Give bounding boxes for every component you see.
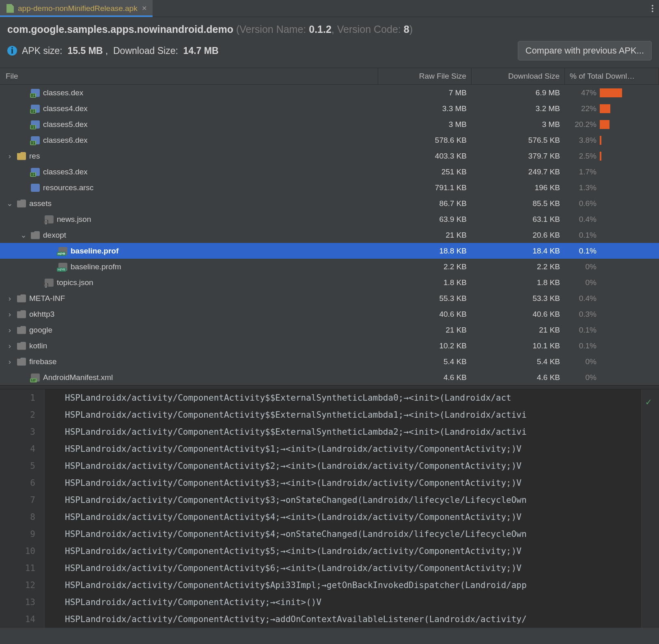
file-name: kotlin [29,341,47,350]
percent-label: 0.4% [568,215,597,224]
percent-bar [600,104,648,113]
line-number: 8 [0,509,35,526]
inspection-strip[interactable]: ✓ [641,389,659,628]
line-number: 2 [0,406,35,423]
expand-chevron-icon[interactable]: ⌄ [6,199,14,208]
expand-chevron-icon[interactable]: › [6,294,14,303]
expand-chevron-icon[interactable]: › [6,152,14,161]
line-number: 3 [0,423,35,440]
file-name: resources.arsc [43,183,94,192]
arsc-icon [31,184,40,192]
file-name: classes3.dex [43,167,88,176]
code-line: HSPLandroidx/activity/ComponentActivity$… [65,492,641,509]
table-row[interactable]: ›google21 KB21 KB0.1% [0,322,659,338]
line-number: 10 [0,543,35,560]
table-row[interactable]: ›baseline.prof18.8 KB18.4 KB0.1% [0,243,659,259]
file-name: AndroidManifest.xml [43,373,113,382]
close-icon[interactable]: ✕ [142,4,147,12]
dex-icon [31,136,40,144]
table-row[interactable]: ›resources.arsc791.1 KB196 KB1.3% [0,180,659,195]
download-size: 3.2 MB [472,104,565,113]
code-line: HSPLandroidx/activity/ComponentActivity$… [65,423,641,440]
table-row[interactable]: ›classes4.dex3.3 MB3.2 MB22% [0,101,659,116]
percent-bar [600,199,648,208]
percent-label: 22% [568,104,597,113]
table-row[interactable]: ›classes.dex7 MB6.9 MB47% [0,85,659,101]
file-name: okhttp3 [29,310,54,319]
code-line: HSPLandroidx/activity/ComponentActivity$… [65,389,641,406]
col-file[interactable]: File [0,68,378,84]
pane-separator[interactable] [0,385,659,389]
raw-size: 7 MB [378,88,472,97]
file-name: res [29,152,40,161]
col-raw-size[interactable]: Raw File Size [378,68,472,84]
tab-apk-analyzer[interactable]: app-demo-nonMinifiedRelease.apk ✕ [0,0,153,17]
expand-chevron-icon[interactable]: ⌄ [19,230,28,240]
table-row[interactable]: ›topics.json1.8 KB1.8 KB0% [0,275,659,290]
code-line: HSPLandroidx/activity/ComponentActivity$… [65,577,641,594]
download-size: 10.1 KB [472,341,565,350]
download-size: 196 KB [472,183,565,192]
download-size: 3 MB [472,120,565,129]
line-number: 9 [0,526,35,543]
folder-icon [17,342,26,350]
file-name: news.json [57,215,91,224]
file-name: classes5.dex [43,120,88,129]
download-size: 18.4 KB [472,247,565,255]
raw-size: 403.3 KB [378,152,472,161]
percent-label: 1.7% [568,167,597,176]
expand-chevron-icon[interactable]: › [6,326,14,335]
table-row[interactable]: ›baseline.profm2.2 KB2.2 KB0% [0,259,659,275]
info-icon[interactable]: i [7,46,17,56]
percent-bar [600,357,648,366]
table-row[interactable]: ›classes3.dex251 KB249.7 KB1.7% [0,164,659,180]
folder-icon [17,310,26,318]
table-row[interactable]: ›res403.3 KB379.7 KB2.5% [0,148,659,164]
tab-overflow-menu[interactable] [646,0,659,17]
table-row[interactable]: ⌄dexopt21 KB20.6 KB0.1% [0,227,659,243]
col-percent[interactable]: % of Total Downl… [565,68,659,84]
percent-bar [600,231,648,240]
file-name: google [29,326,52,335]
download-size: 5.4 KB [472,357,565,366]
folder-icon [17,200,26,208]
compare-apk-button[interactable]: Compare with previous APK... [518,41,652,60]
mf-icon [31,374,40,382]
table-row[interactable]: ›firebase5.4 KB5.4 KB0% [0,354,659,369]
percent-bar [600,294,648,303]
version-code-value: 8 [404,24,409,35]
download-size: 53.3 KB [472,294,565,303]
table-row[interactable]: ›kotlin10.2 KB10.1 KB0.1% [0,338,659,354]
table-row[interactable]: ›classes5.dex3 MB3 MB20.2% [0,116,659,132]
table-row[interactable]: ›META-INF55.3 KB53.3 KB0.4% [0,290,659,306]
expand-chevron-icon[interactable]: › [6,357,14,366]
percent-label: 0.6% [568,199,597,208]
apk-size-label: APK size: [22,45,62,56]
percent-label: 1.3% [568,183,597,192]
file-name: classes.dex [43,88,83,97]
file-name: classes4.dex [43,104,88,113]
raw-size: 40.6 KB [378,310,472,319]
apk-file-icon [6,4,14,13]
code-lines[interactable]: HSPLandroidx/activity/ComponentActivity$… [45,389,641,628]
download-size: 6.9 MB [472,88,565,97]
percent-label: 0.4% [568,294,597,303]
raw-size: 2.2 KB [378,262,472,271]
table-row[interactable]: ⌄assets86.7 KB85.5 KB0.6% [0,195,659,211]
download-size: 249.7 KB [472,167,565,176]
percent-label: 0.3% [568,310,597,319]
download-size-value: 14.7 MB [183,45,219,56]
download-size: 2.2 KB [472,262,565,271]
download-size: 4.6 KB [472,373,565,382]
percent-bar [600,167,648,176]
dex-icon [31,105,40,113]
table-row[interactable]: ›AndroidManifest.xml4.6 KB4.6 KB0% [0,369,659,385]
table-row[interactable]: ›classes6.dex578.6 KB576.5 KB3.8% [0,132,659,148]
col-download-size[interactable]: Download Size [472,68,565,84]
expand-chevron-icon[interactable]: › [6,310,14,319]
version-code-label: Version Code: [337,24,401,35]
expand-chevron-icon[interactable]: › [6,341,14,350]
table-row[interactable]: ›news.json63.9 KB63.1 KB0.4% [0,211,659,227]
raw-size: 791.1 KB [378,183,472,192]
table-row[interactable]: ›okhttp340.6 KB40.6 KB0.3% [0,306,659,322]
